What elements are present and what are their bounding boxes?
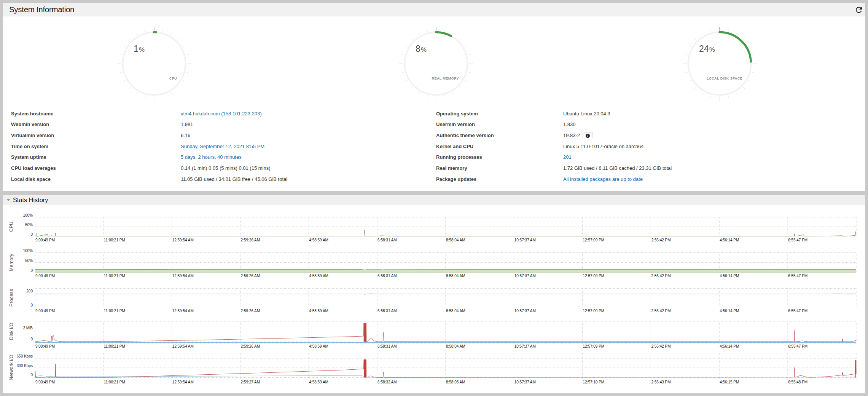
svg-text:4:58:59 AM: 4:58:59 AM <box>309 238 328 242</box>
svg-text:6:58:31 AM: 6:58:31 AM <box>377 344 397 348</box>
svg-text:2:56:42 PM: 2:56:42 PM <box>651 309 671 313</box>
svg-text:2:59:26 AM: 2:59:26 AM <box>241 274 260 278</box>
svg-text:650 Kbps: 650 Kbps <box>17 354 33 358</box>
svg-text:4:56:15 PM: 4:56:15 PM <box>720 380 739 384</box>
svg-text:6:55:47 PM: 6:55:47 PM <box>788 274 807 278</box>
svg-text:4:56:14 PM: 4:56:14 PM <box>720 274 739 278</box>
svg-text:Memory: Memory <box>8 254 14 271</box>
svg-text:10:57:37 AM: 10:57:37 AM <box>514 344 536 348</box>
svg-text:4:56:14 PM: 4:56:14 PM <box>720 344 739 348</box>
svg-text:4:58:59 AM: 4:58:59 AM <box>309 380 328 384</box>
svg-text:2:56:42 PM: 2:56:42 PM <box>651 274 671 278</box>
svg-text:9:00:49 PM: 9:00:49 PM <box>35 344 55 348</box>
svg-text:6:58:31 AM: 6:58:31 AM <box>377 309 397 313</box>
svg-text:8:58:04 AM: 8:58:04 AM <box>446 274 465 278</box>
svg-text:0: 0 <box>30 303 33 307</box>
svg-text:11:00:21 PM: 11:00:21 PM <box>104 380 125 384</box>
svg-text:2:59:26 AM: 2:59:26 AM <box>241 238 260 242</box>
svg-text:9:00:49 PM: 9:00:49 PM <box>35 238 55 242</box>
svg-text:9:00:49 PM: 9:00:49 PM <box>35 274 55 278</box>
svg-text:2 MiB: 2 MiB <box>23 326 33 330</box>
svg-text:6:58:32 AM: 6:58:32 AM <box>377 380 397 384</box>
svg-text:4:58:59 AM: 4:58:59 AM <box>309 309 328 313</box>
svg-text:10:57:37 AM: 10:57:37 AM <box>514 274 536 278</box>
svg-text:0: 0 <box>30 373 33 377</box>
svg-text:100%: 100% <box>23 213 33 217</box>
svg-text:0: 0 <box>30 232 33 236</box>
svg-text:12:59:54 AM: 12:59:54 AM <box>172 344 194 348</box>
svg-text:2:56:43 PM: 2:56:43 PM <box>651 380 671 384</box>
svg-text:6:55:47 PM: 6:55:47 PM <box>788 309 807 313</box>
svg-text:10:57:37 AM: 10:57:37 AM <box>514 238 536 242</box>
svg-text:2:59:26 AM: 2:59:26 AM <box>241 309 260 313</box>
svg-text:4:58:59 AM: 4:58:59 AM <box>309 274 328 278</box>
svg-text:12:57:09 PM: 12:57:09 PM <box>583 344 605 348</box>
svg-text:6:55:48 PM: 6:55:48 PM <box>788 380 807 384</box>
svg-text:6:58:31 AM: 6:58:31 AM <box>377 238 397 242</box>
svg-text:9:00:49 PM: 9:00:49 PM <box>35 380 55 384</box>
svg-text:0: 0 <box>30 268 33 273</box>
svg-text:6:58:31 AM: 6:58:31 AM <box>377 274 397 278</box>
svg-text:0: 0 <box>30 337 33 341</box>
svg-text:8:58:04 AM: 8:58:04 AM <box>446 238 465 242</box>
svg-text:12:57:09 PM: 12:57:09 PM <box>583 238 605 242</box>
svg-text:4:56:14 PM: 4:56:14 PM <box>720 238 739 242</box>
svg-text:CPU: CPU <box>8 222 14 232</box>
svg-text:8:58:04 AM: 8:58:04 AM <box>446 309 465 313</box>
svg-text:2:59:27 AM: 2:59:27 AM <box>241 380 260 384</box>
svg-text:12:59:54 AM: 12:59:54 AM <box>172 309 194 313</box>
svg-text:2:56:42 PM: 2:56:42 PM <box>651 344 671 348</box>
svg-text:9:00:49 PM: 9:00:49 PM <box>35 309 55 313</box>
svg-text:11:00:21 PM: 11:00:21 PM <box>104 309 125 313</box>
svg-text:6:55:47 PM: 6:55:47 PM <box>788 344 807 348</box>
svg-text:12:57:09 PM: 12:57:09 PM <box>583 274 605 278</box>
svg-text:Process: Process <box>8 289 14 307</box>
svg-text:8:58:05 AM: 8:58:05 AM <box>446 380 465 384</box>
svg-text:12:57:10 PM: 12:57:10 PM <box>583 380 605 384</box>
svg-text:12:59:54 AM: 12:59:54 AM <box>172 274 194 278</box>
svg-text:Disk I/O: Disk I/O <box>8 323 14 340</box>
svg-text:12:59:54 AM: 12:59:54 AM <box>172 238 194 242</box>
svg-text:11:00:21 PM: 11:00:21 PM <box>104 344 125 348</box>
svg-text:6:55:47 PM: 6:55:47 PM <box>788 238 807 242</box>
svg-text:300 Kbps: 300 Kbps <box>17 364 33 368</box>
svg-text:11:00:21 PM: 11:00:21 PM <box>104 238 125 242</box>
svg-text:100%: 100% <box>23 249 33 253</box>
svg-text:2:56:42 PM: 2:56:42 PM <box>651 238 671 242</box>
svg-text:10:57:37 AM: 10:57:37 AM <box>514 309 536 313</box>
svg-text:8:58:04 AM: 8:58:04 AM <box>446 344 465 348</box>
svg-text:50%: 50% <box>25 259 33 263</box>
svg-text:4:58:59 AM: 4:58:59 AM <box>309 344 328 348</box>
svg-text:50%: 50% <box>25 223 33 227</box>
svg-text:12:59:54 AM: 12:59:54 AM <box>172 380 194 384</box>
svg-text:4:56:14 PM: 4:56:14 PM <box>720 309 739 313</box>
svg-text:11:00:21 PM: 11:00:21 PM <box>104 274 125 278</box>
svg-text:200: 200 <box>26 289 33 293</box>
svg-text:12:57:09 PM: 12:57:09 PM <box>583 309 605 313</box>
svg-text:2:59:26 AM: 2:59:26 AM <box>241 344 260 348</box>
svg-text:10:57:37 AM: 10:57:37 AM <box>514 380 536 384</box>
svg-text:Network I/O: Network I/O <box>8 354 14 380</box>
